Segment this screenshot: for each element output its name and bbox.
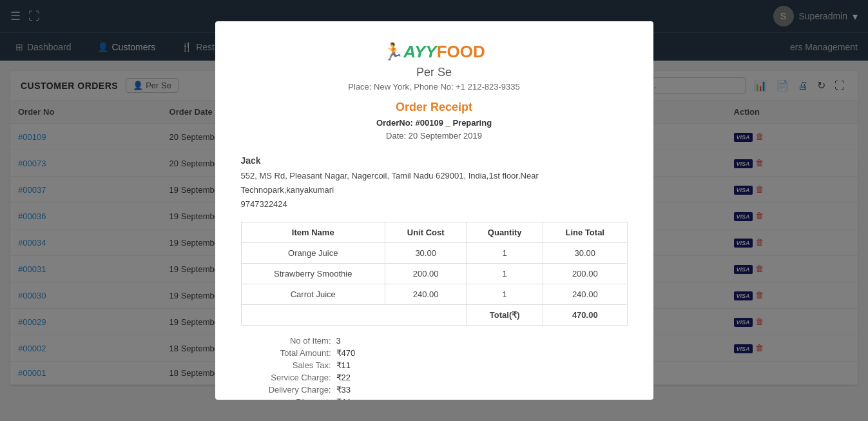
discount-value: ₹44 [336, 397, 351, 400]
receipt-col-quantity: Quantity [467, 222, 543, 243]
modal-logo: 🏃AYYFOOD [241, 42, 628, 62]
item-name: Strawberry Smoothie [241, 264, 385, 284]
modal-overlay[interactable]: 🏃AYYFOOD Per Se Place: New York, Phone N… [0, 0, 868, 421]
receipt-total-spacer [241, 305, 467, 326]
service-charge-label: Service Charge: [241, 373, 331, 382]
summary-no-of-item: No of Item: 3 [241, 336, 628, 346]
receipt-total-value: 470.00 [543, 305, 627, 326]
customer-name: Jack [241, 153, 628, 169]
receipt-row: Orange Juice 30.00 1 30.00 [241, 243, 627, 264]
item-name: Orange Juice [241, 243, 385, 264]
modal-receipt-title: Order Receipt [241, 101, 628, 114]
item-qty: 1 [467, 243, 543, 264]
receipt-col-item: Item Name [241, 222, 385, 243]
total-amount-label: Total Amount: [241, 348, 331, 358]
delivery-charge-value: ₹33 [336, 385, 351, 395]
summary-sales-tax: Sales Tax: ₹11 [241, 360, 628, 370]
summary-service-charge: Service Charge: ₹22 [241, 373, 628, 382]
item-name: Carrot Juice [241, 284, 385, 305]
receipt-total-label: Total(₹) [467, 305, 543, 326]
item-line-total: 240.00 [543, 284, 627, 305]
item-qty: 1 [467, 264, 543, 284]
sales-tax-value: ₹11 [336, 360, 351, 370]
modal-customer-info: Jack 552, MS Rd, Pleasant Nagar, Nagerco… [241, 153, 628, 211]
summary-delivery-charge: Delivery Charge: ₹33 [241, 385, 628, 395]
customer-address: 552, MS Rd, Pleasant Nagar, Nagercoil, T… [241, 169, 628, 197]
receipt-row: Strawberry Smoothie 200.00 1 200.00 [241, 264, 627, 284]
total-amount-value: ₹470 [336, 348, 356, 358]
order-no-label: OrderNo: #00109 _ Preparing [376, 118, 492, 128]
summary-discount: Discount: ₹44 [241, 397, 628, 400]
receipt-table: Item Name Unit Cost Quantity Line Total … [241, 222, 628, 326]
receipt-row: Carrot Juice 240.00 1 240.00 [241, 284, 627, 305]
item-unit-cost: 30.00 [385, 243, 466, 264]
receipt-modal: 🏃AYYFOOD Per Se Place: New York, Phone N… [215, 21, 653, 400]
modal-restaurant-name: Per Se [241, 66, 628, 79]
customer-phone: 9747322424 [241, 197, 628, 211]
receipt-summary: No of Item: 3 Total Amount: ₹470 Sales T… [241, 336, 628, 400]
receipt-col-line-total: Line Total [543, 222, 627, 243]
summary-total-amount: Total Amount: ₹470 [241, 348, 628, 358]
order-date-label: Date: 20 September 2019 [386, 131, 482, 141]
item-unit-cost: 200.00 [385, 264, 466, 284]
item-line-total: 30.00 [543, 243, 627, 264]
delivery-charge-label: Delivery Charge: [241, 385, 331, 395]
receipt-col-unit-cost: Unit Cost [385, 222, 466, 243]
item-line-total: 200.00 [543, 264, 627, 284]
modal-place-info: Place: New York, Phone No: +1 212-823-93… [241, 82, 628, 92]
no-of-item-value: 3 [336, 336, 341, 346]
discount-label: Discount: [241, 397, 331, 400]
item-unit-cost: 240.00 [385, 284, 466, 305]
item-qty: 1 [467, 284, 543, 305]
sales-tax-label: Sales Tax: [241, 360, 331, 370]
service-charge-value: ₹22 [336, 373, 351, 382]
no-of-item-label: No of Item: [241, 336, 331, 346]
modal-order-info: OrderNo: #00109 _ Preparing Date: 20 Sep… [241, 117, 628, 144]
